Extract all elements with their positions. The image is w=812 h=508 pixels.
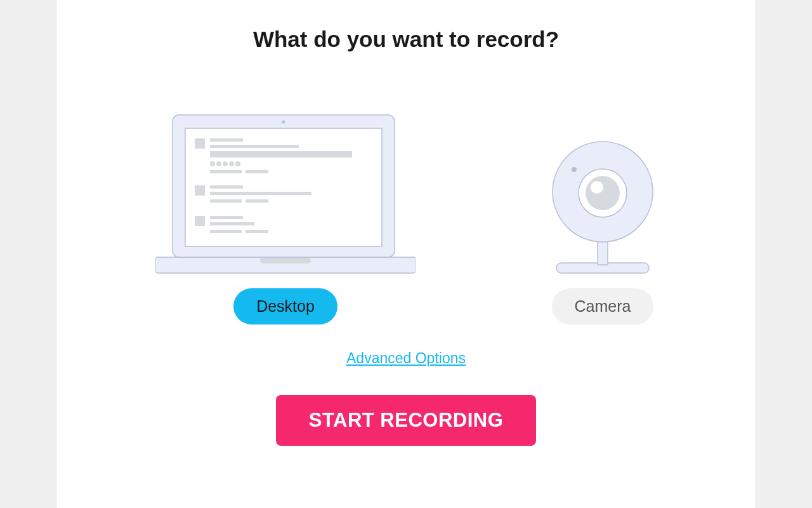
svg-rect-7 — [210, 145, 299, 148]
option-camera[interactable]: Camera — [549, 109, 657, 324]
svg-point-31 — [591, 181, 603, 194]
svg-point-12 — [229, 161, 234, 166]
svg-rect-14 — [210, 170, 242, 173]
svg-point-3 — [282, 121, 285, 124]
option-camera-pill[interactable]: Camera — [552, 288, 654, 324]
webcam-icon — [549, 109, 657, 274]
advanced-options-link[interactable]: Advanced Options — [346, 350, 466, 366]
svg-point-9 — [210, 161, 215, 166]
svg-rect-26 — [598, 239, 608, 265]
svg-rect-6 — [210, 138, 243, 142]
svg-point-10 — [216, 161, 221, 166]
svg-rect-19 — [210, 199, 242, 203]
svg-point-28 — [572, 167, 577, 172]
svg-rect-8 — [210, 151, 352, 157]
svg-rect-24 — [210, 230, 242, 233]
svg-rect-16 — [195, 185, 205, 196]
desktop-icon — [155, 109, 416, 274]
svg-rect-1 — [260, 257, 311, 264]
svg-rect-23 — [210, 222, 254, 225]
option-desktop-pill[interactable]: Desktop — [233, 288, 337, 324]
svg-point-30 — [586, 176, 620, 210]
modal-title: What do you want to record? — [57, 27, 755, 52]
start-button-wrap: START RECORDING — [57, 395, 755, 446]
start-recording-button[interactable]: START RECORDING — [276, 395, 537, 446]
svg-rect-21 — [195, 216, 205, 226]
svg-rect-25 — [246, 230, 268, 233]
record-source-modal: What do you want to record? — [57, 0, 755, 508]
svg-rect-15 — [246, 170, 268, 173]
svg-point-13 — [235, 161, 240, 166]
svg-rect-18 — [210, 192, 311, 195]
source-options: Desktop Camera — [57, 109, 755, 324]
svg-rect-17 — [210, 185, 243, 189]
advanced-options-wrap: Advanced Options — [57, 350, 755, 367]
svg-point-11 — [223, 161, 228, 166]
svg-rect-22 — [210, 216, 243, 219]
option-desktop[interactable]: Desktop — [155, 109, 416, 324]
svg-rect-5 — [195, 138, 205, 149]
svg-rect-20 — [246, 199, 268, 203]
